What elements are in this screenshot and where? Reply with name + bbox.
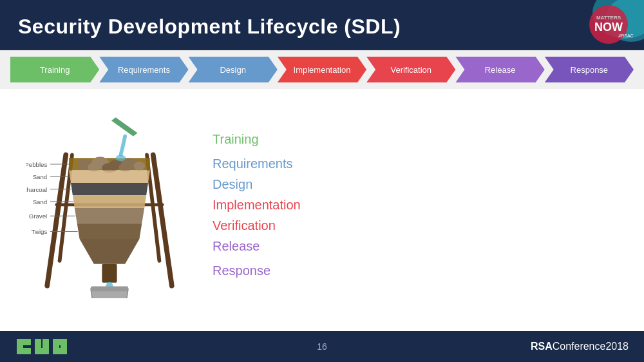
svg-rect-19 xyxy=(102,264,117,283)
svg-text:Sand: Sand xyxy=(33,198,48,205)
rsa-conference-logo: RSAConference2018 xyxy=(531,341,629,352)
step-verification: Verification xyxy=(366,57,455,82)
corner-decoration: MATTERS NOW #RSAC xyxy=(573,0,644,48)
svg-point-18 xyxy=(134,162,145,171)
header: Security Development Lifecycle (SDL) MAT… xyxy=(0,0,644,50)
step-release: Release xyxy=(455,57,544,82)
legend-release: Release xyxy=(213,236,301,256)
svg-text:Twigs: Twigs xyxy=(32,228,48,235)
svg-text:Charcoal: Charcoal xyxy=(26,186,47,193)
funnel-illustration: Pebbles Sand Charcoal Sand Gravel Twigs xyxy=(26,105,193,298)
legend-requirements: Requirements xyxy=(213,154,301,173)
svg-text:Pebbles: Pebbles xyxy=(26,161,47,168)
legend-response: Response xyxy=(213,261,301,280)
process-bar: Training Requirements Design Implementat… xyxy=(0,50,644,89)
legend-training: Training xyxy=(213,129,301,149)
legend-implementation: Implementation xyxy=(213,195,301,214)
svg-rect-38 xyxy=(17,339,31,345)
duo-logo-svg xyxy=(15,335,67,358)
svg-text:MATTERS: MATTERS xyxy=(596,15,621,21)
main-content: Pebbles Sand Charcoal Sand Gravel Twigs … xyxy=(0,89,644,308)
step-implementation: Implementation xyxy=(278,57,366,82)
step-requirements: Requirements xyxy=(99,57,188,82)
page-number: 16 xyxy=(317,341,327,352)
legend: Training Requirements Design Implementat… xyxy=(213,95,301,308)
page-title: Security Development Lifecycle (SDL) xyxy=(18,15,401,39)
step-training: Training xyxy=(10,57,99,82)
footer: 16 RSAConference2018 xyxy=(0,331,644,362)
svg-text:NOW: NOW xyxy=(594,21,623,33)
svg-point-15 xyxy=(88,163,100,172)
svg-rect-39 xyxy=(17,348,31,354)
svg-text:#RSAC: #RSAC xyxy=(618,33,633,38)
svg-rect-21 xyxy=(91,287,128,292)
duo-logo xyxy=(15,335,67,358)
filter-area: Pebbles Sand Charcoal Sand Gravel Twigs xyxy=(19,95,200,308)
svg-point-24 xyxy=(116,155,126,161)
legend-verification: Verification xyxy=(213,216,301,235)
svg-text:Sand: Sand xyxy=(33,173,48,180)
legend-design: Design xyxy=(213,175,301,194)
svg-rect-46 xyxy=(61,339,67,354)
svg-point-17 xyxy=(119,163,131,172)
step-design: Design xyxy=(189,57,278,82)
step-response: Response xyxy=(545,57,634,82)
svg-text:Gravel: Gravel xyxy=(29,213,47,220)
svg-rect-42 xyxy=(43,339,49,353)
